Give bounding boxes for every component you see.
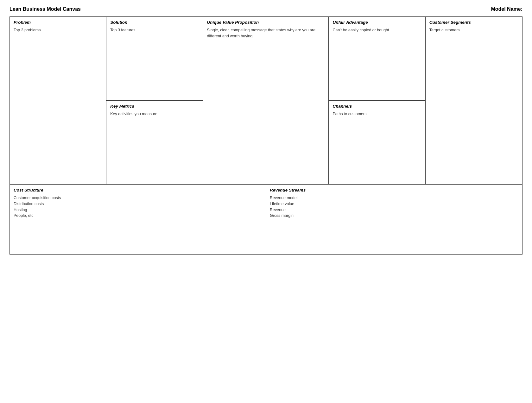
revenue-line-1: Revenue model [270, 195, 518, 201]
cell-ua-col: Unfair Advantage Can't be easily copied … [329, 17, 425, 184]
cell-uvp: Unique Value Proposition Single, clear, … [203, 17, 329, 184]
problem-title: Problem [14, 20, 102, 25]
key-metrics-title: Key Metrics [110, 104, 199, 109]
cell-revenue-streams: Revenue Streams Revenue model Lifetime v… [266, 185, 522, 254]
cell-channels: Channels Paths to customers [329, 101, 425, 184]
customer-segments-title: Customer Segments [429, 20, 518, 25]
cell-solution: Solution Top 3 features [106, 17, 203, 101]
cell-problem: Problem Top 3 problems [10, 17, 106, 184]
customer-segments-body: Target customers [429, 27, 518, 33]
canvas-top: Problem Top 3 problems Solution Top 3 fe… [10, 17, 522, 185]
uvp-body: Single, clear, compelling message that s… [207, 27, 325, 39]
model-name-label: Model Name: [491, 6, 522, 12]
canvas-bottom: Cost Structure Customer acquisition cost… [10, 185, 522, 254]
uvp-title: Unique Value Proposition [207, 20, 325, 25]
revenue-streams-title: Revenue Streams [270, 188, 518, 192]
key-metrics-body: Key activities you measure [110, 111, 199, 117]
solution-title: Solution [110, 20, 199, 25]
page-header: Lean Business Model Canvas Model Name: [10, 6, 522, 12]
revenue-line-4: Gross margin [270, 213, 518, 219]
channels-body: Paths to customers [332, 111, 421, 117]
page-title: Lean Business Model Canvas [10, 6, 81, 12]
canvas: Problem Top 3 problems Solution Top 3 fe… [10, 16, 522, 255]
cost-line-3: Hosting [14, 207, 262, 213]
problem-body: Top 3 problems [14, 27, 102, 33]
revenue-line-2: Lifetime value [270, 201, 518, 207]
cell-cost-structure: Cost Structure Customer acquisition cost… [10, 185, 266, 254]
cell-key-metrics: Key Metrics Key activities you measure [106, 101, 203, 184]
unfair-advantage-title: Unfair Advantage [332, 20, 421, 25]
cell-unfair-advantage: Unfair Advantage Can't be easily copied … [329, 17, 425, 101]
cell-customer-segments: Customer Segments Target customers [426, 17, 522, 184]
cost-line-1: Customer acquisition costs [14, 195, 262, 201]
cell-solution-col: Solution Top 3 features Key Metrics Key … [106, 17, 203, 184]
revenue-streams-body: Revenue model Lifetime value Revenue Gro… [270, 195, 518, 219]
solution-body: Top 3 features [110, 27, 199, 33]
revenue-line-3: Revenue [270, 207, 518, 213]
cost-structure-body: Customer acquisition costs Distribution … [14, 195, 262, 219]
unfair-advantage-body: Can't be easily copied or bought [332, 27, 421, 33]
cost-structure-title: Cost Structure [14, 188, 262, 192]
channels-title: Channels [332, 104, 421, 109]
cost-line-2: Distribution costs [14, 201, 262, 207]
cost-line-4: People, etc [14, 213, 262, 219]
